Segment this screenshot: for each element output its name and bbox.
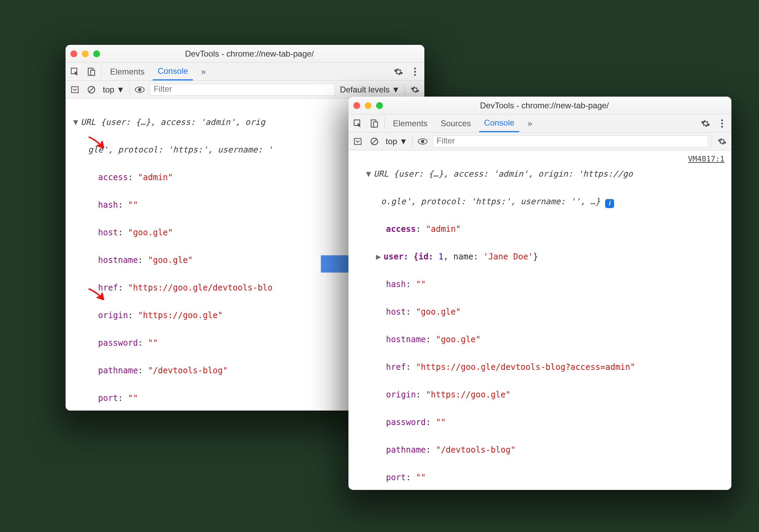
- kebab-menu-icon[interactable]: [408, 65, 422, 78]
- prop-key[interactable]: user: {id:: [384, 252, 438, 262]
- svg-point-3: [414, 67, 416, 69]
- disclosure-triangle[interactable]: ▶: [376, 250, 384, 264]
- clear-console-icon[interactable]: [368, 135, 381, 148]
- svg-point-16: [721, 126, 723, 127]
- prop-key[interactable]: password: [98, 338, 138, 348]
- prop-value: "https://goo.gle/devtools-blo: [128, 283, 273, 293]
- disclosure-triangle[interactable]: ▼: [366, 167, 374, 181]
- svg-point-4: [414, 71, 416, 72]
- close-icon[interactable]: [353, 102, 360, 109]
- info-badge-icon[interactable]: i: [605, 199, 614, 208]
- prop-value: "": [416, 473, 426, 482]
- prop-value: "admin": [138, 173, 173, 182]
- prop-key[interactable]: host: [386, 307, 406, 317]
- svg-point-21: [421, 140, 424, 143]
- live-expression-icon[interactable]: [416, 135, 429, 148]
- window-title: DevTools - chrome://new-tab-page/: [386, 101, 727, 110]
- sidebar-toggle-icon[interactable]: [68, 83, 81, 96]
- prop-key[interactable]: password: [386, 417, 426, 427]
- minimize-icon[interactable]: [365, 102, 372, 109]
- prop-key[interactable]: hostname: [386, 335, 426, 344]
- gear-icon[interactable]: [699, 117, 712, 130]
- context-selector[interactable]: top ▼: [101, 85, 126, 95]
- annotation-arrow-icon: [87, 287, 108, 301]
- svg-rect-2: [91, 70, 95, 75]
- disclosure-triangle[interactable]: ▼: [73, 115, 81, 129]
- traffic-lights: [70, 50, 100, 57]
- object-header[interactable]: URL {user: {…}, access: 'admin', origin:…: [374, 169, 633, 179]
- prop-value: "goo.gle": [436, 335, 481, 344]
- object-header-cont: o.gle', protocol: 'https:', username: ''…: [381, 197, 600, 206]
- tab-elements[interactable]: Elements: [388, 115, 432, 132]
- gear-icon[interactable]: [392, 65, 405, 78]
- minimize-icon[interactable]: [82, 50, 89, 57]
- tab-sources[interactable]: Sources: [436, 115, 476, 132]
- prop-key[interactable]: hash: [386, 279, 406, 289]
- prop-key[interactable]: origin: [386, 390, 416, 400]
- panel-tabbar: Elements Console »: [66, 63, 424, 81]
- prop-value: "goo.gle": [148, 255, 193, 265]
- prop-value: "": [416, 279, 426, 289]
- console-output: VM4817:1 ▼URL {user: {…}, access: 'admin…: [348, 150, 731, 490]
- sidebar-toggle-icon[interactable]: [351, 135, 364, 148]
- kebab-menu-icon[interactable]: [716, 117, 729, 130]
- titlebar: DevTools - chrome://new-tab-page/: [66, 45, 424, 63]
- prop-key[interactable]: port: [386, 473, 406, 482]
- prop-value: "/devtools-blog": [148, 366, 228, 375]
- svg-point-5: [414, 74, 416, 76]
- levels-label: Default levels: [340, 85, 390, 95]
- titlebar: DevTools - chrome://new-tab-page/: [348, 97, 731, 115]
- device-toggle-icon[interactable]: [368, 117, 381, 130]
- prop-key[interactable]: origin: [98, 311, 128, 320]
- tab-console[interactable]: Console: [153, 63, 193, 80]
- console-filterbar: top ▼ Filter: [348, 132, 731, 150]
- svg-point-15: [721, 122, 723, 124]
- prop-value: "": [436, 417, 446, 427]
- prop-key[interactable]: pathname: [386, 445, 426, 455]
- svg-rect-6: [71, 87, 78, 92]
- zoom-icon[interactable]: [93, 50, 100, 57]
- source-link[interactable]: VM4817:1: [688, 155, 724, 163]
- annotation-arrow-icon: [87, 135, 108, 149]
- gear-icon[interactable]: [408, 83, 422, 96]
- clear-console-icon[interactable]: [85, 83, 98, 96]
- prop-key[interactable]: access: [386, 224, 416, 234]
- filter-input[interactable]: Filter: [150, 84, 335, 96]
- levels-selector[interactable]: Default levels ▼: [338, 85, 401, 95]
- zoom-icon[interactable]: [376, 102, 383, 109]
- inspect-icon[interactable]: [351, 117, 364, 130]
- console-filterbar: top ▼ Filter Default levels ▼: [66, 81, 424, 99]
- svg-rect-17: [354, 138, 361, 144]
- svg-line-8: [89, 87, 94, 92]
- more-tabs-icon[interactable]: »: [523, 115, 537, 132]
- prop-key[interactable]: hash: [98, 200, 118, 210]
- svg-line-19: [372, 139, 377, 144]
- prop-key[interactable]: port: [98, 393, 118, 403]
- prop-value: "admin": [426, 224, 461, 234]
- prop-key[interactable]: host: [98, 228, 118, 237]
- object-header[interactable]: URL {user: {…}, access: 'admin', orig: [81, 117, 265, 127]
- devtools-window-after: DevTools - chrome://new-tab-page/ Elemen…: [348, 97, 731, 490]
- prop-key[interactable]: pathname: [98, 366, 138, 375]
- prop-key[interactable]: href: [386, 362, 406, 372]
- prop-key[interactable]: hostname: [98, 255, 138, 265]
- more-tabs-icon[interactable]: »: [196, 63, 210, 80]
- traffic-lights: [353, 102, 383, 109]
- prop-value: "/devtools-blog": [436, 445, 515, 455]
- context-selector[interactable]: top ▼: [384, 137, 409, 146]
- tab-console[interactable]: Console: [479, 115, 519, 132]
- panel-tabbar: Elements Sources Console »: [348, 115, 731, 132]
- device-toggle-icon[interactable]: [85, 65, 98, 78]
- gear-icon[interactable]: [716, 135, 729, 148]
- tab-elements[interactable]: Elements: [105, 63, 149, 80]
- close-icon[interactable]: [70, 50, 77, 57]
- live-expression-icon[interactable]: [133, 83, 146, 96]
- prop-value: "": [148, 338, 158, 348]
- svg-rect-13: [374, 122, 378, 127]
- context-label: top: [103, 85, 114, 95]
- prop-value: "https://goo.gle": [426, 390, 511, 400]
- inspect-icon[interactable]: [68, 65, 81, 78]
- svg-point-14: [721, 119, 723, 121]
- filter-input[interactable]: Filter: [433, 136, 708, 147]
- prop-key[interactable]: access: [98, 173, 128, 182]
